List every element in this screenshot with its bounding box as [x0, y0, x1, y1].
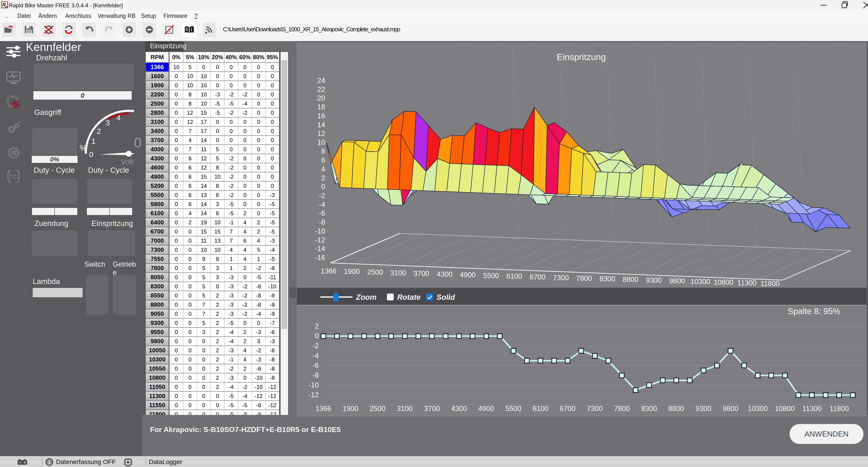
svg-text:4900: 4900: [478, 405, 494, 413]
svg-text:-2: -2: [312, 342, 319, 350]
svg-text:5500: 5500: [505, 405, 521, 413]
svg-text:10800: 10800: [714, 278, 733, 286]
svg-text:-12: -12: [308, 391, 319, 399]
svg-text:12: 12: [317, 130, 325, 137]
svg-text:-6: -6: [319, 209, 326, 217]
svg-text:1900: 1900: [344, 268, 360, 275]
svg-text:4: 4: [321, 165, 325, 173]
svg-text:3100: 3100: [397, 405, 413, 413]
svg-text:6100: 6100: [533, 405, 549, 413]
svg-text:16: 16: [317, 112, 325, 120]
svg-text:3100: 3100: [390, 269, 406, 277]
svg-text:10300: 10300: [690, 277, 710, 286]
svg-text:-6: -6: [312, 362, 319, 369]
svg-text:5500: 5500: [483, 272, 499, 280]
svg-text:11800: 11800: [761, 280, 780, 288]
svg-text:i: i: [191, 27, 192, 32]
svg-text:-4: -4: [312, 352, 319, 360]
svg-text:6100: 6100: [506, 272, 522, 280]
svg-text:10: 10: [317, 138, 325, 146]
svg-text:Einspritzung: Einspritzung: [557, 52, 606, 62]
svg-text:-8: -8: [319, 218, 326, 226]
svg-text:-8: -8: [312, 371, 319, 379]
svg-text:20: 20: [317, 94, 325, 102]
svg-text:-10: -10: [308, 381, 319, 389]
svg-text:7300: 7300: [587, 405, 603, 413]
svg-text:-14: -14: [315, 245, 325, 253]
svg-text:10800: 10800: [775, 405, 795, 413]
svg-text:8: 8: [321, 147, 325, 155]
svg-text:8800: 8800: [623, 275, 639, 283]
svg-text:-10: -10: [315, 227, 325, 235]
svg-text:Zoom: Zoom: [356, 293, 377, 301]
svg-text:18: 18: [317, 103, 325, 111]
svg-text:7300: 7300: [553, 274, 569, 282]
svg-text:1900: 1900: [343, 405, 359, 413]
svg-text:14: 14: [317, 121, 325, 129]
svg-text:4300: 4300: [452, 405, 467, 413]
svg-text:4900: 4900: [460, 271, 476, 279]
svg-text:2: 2: [321, 174, 325, 182]
svg-text:9800: 9800: [669, 277, 685, 285]
svg-text:-16: -16: [315, 254, 325, 262]
svg-text:3: 3: [106, 119, 110, 127]
svg-text:2: 2: [97, 127, 101, 135]
svg-text:4: 4: [116, 113, 121, 122]
svg-text:-12: -12: [315, 236, 325, 244]
svg-text:-4: -4: [319, 201, 326, 209]
svg-text:7800: 7800: [614, 405, 630, 413]
svg-text:Solid: Solid: [436, 293, 455, 301]
svg-text:22: 22: [317, 86, 325, 94]
svg-text:7800: 7800: [576, 274, 592, 282]
svg-text:8300: 8300: [599, 275, 615, 283]
svg-text:9300: 9300: [646, 276, 662, 284]
svg-text:B: B: [5, 5, 7, 8]
svg-text:11300: 11300: [738, 279, 757, 287]
svg-text:10300: 10300: [748, 405, 768, 413]
svg-text:i: i: [49, 459, 50, 466]
svg-text:4300: 4300: [437, 270, 453, 278]
svg-text:Spalte 8: 95%: Spalte 8: 95%: [788, 307, 840, 316]
svg-text:0: 0: [315, 332, 319, 340]
svg-text:8300: 8300: [641, 405, 657, 413]
svg-text:6: 6: [321, 156, 325, 164]
svg-text:3700: 3700: [413, 270, 429, 277]
svg-text:11800: 11800: [830, 405, 849, 413]
svg-text:8800: 8800: [669, 405, 684, 413]
svg-text:1366: 1366: [315, 405, 331, 413]
svg-text:1366: 1366: [321, 267, 337, 275]
svg-text:0: 0: [321, 183, 325, 191]
svg-text:24: 24: [317, 76, 325, 85]
svg-text:6700: 6700: [560, 405, 576, 413]
svg-text:2500: 2500: [370, 405, 385, 413]
svg-text:0: 0: [89, 150, 94, 159]
svg-text:2500: 2500: [367, 268, 383, 276]
svg-text:6700: 6700: [530, 273, 545, 281]
svg-text:1: 1: [91, 137, 96, 145]
svg-text:TC: TC: [9, 173, 17, 180]
svg-text:9300: 9300: [695, 405, 711, 413]
svg-text:-2: -2: [319, 192, 326, 200]
svg-text:9800: 9800: [723, 405, 739, 413]
svg-text:Rotate: Rotate: [397, 293, 421, 301]
svg-text:3700: 3700: [424, 405, 440, 413]
svg-text:11300: 11300: [802, 405, 822, 413]
svg-text:2: 2: [315, 322, 319, 330]
